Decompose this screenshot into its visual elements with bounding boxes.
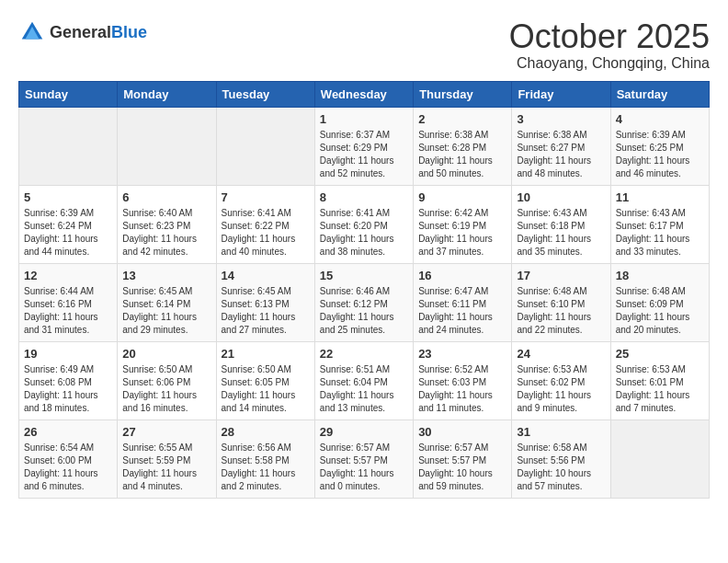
day-info: Sunrise: 6:48 AMSunset: 6:09 PMDaylight:… (616, 285, 704, 337)
day-number: 22 (320, 347, 408, 361)
day-info: Sunrise: 6:50 AMSunset: 6:05 PMDaylight:… (222, 363, 310, 415)
logo: General Blue (18, 18, 147, 46)
calendar-day-cell: 31Sunrise: 6:58 AMSunset: 5:56 PMDayligh… (512, 419, 610, 498)
calendar-day-cell: 15Sunrise: 6:46 AMSunset: 6:12 PMDayligh… (314, 263, 413, 341)
calendar-week-row: 5Sunrise: 6:39 AMSunset: 6:24 PMDaylight… (19, 185, 710, 263)
day-info: Sunrise: 6:52 AMSunset: 6:03 PMDaylight:… (418, 363, 506, 415)
day-number: 2 (418, 112, 506, 126)
calendar-week-row: 26Sunrise: 6:54 AMSunset: 6:00 PMDayligh… (19, 419, 710, 498)
day-info: Sunrise: 6:44 AMSunset: 6:16 PMDaylight:… (24, 285, 112, 337)
day-number: 18 (616, 269, 704, 282)
day-info: Sunrise: 6:39 AMSunset: 6:25 PMDaylight:… (616, 129, 704, 180)
day-info: Sunrise: 6:56 AMSunset: 5:58 PMDaylight:… (222, 442, 310, 493)
calendar-day-cell: 18Sunrise: 6:48 AMSunset: 6:09 PMDayligh… (610, 263, 709, 341)
calendar-day-cell: 14Sunrise: 6:45 AMSunset: 6:13 PMDayligh… (216, 263, 314, 341)
day-number: 6 (122, 190, 210, 204)
calendar-day-cell: 11Sunrise: 6:43 AMSunset: 6:17 PMDayligh… (610, 185, 709, 263)
calendar-day-cell (118, 107, 216, 185)
day-number: 16 (418, 269, 506, 282)
day-info: Sunrise: 6:53 AMSunset: 6:02 PMDaylight:… (517, 363, 605, 415)
calendar-day-cell: 24Sunrise: 6:53 AMSunset: 6:02 PMDayligh… (512, 341, 610, 419)
calendar-day-cell: 22Sunrise: 6:51 AMSunset: 6:04 PMDayligh… (314, 341, 413, 419)
calendar-header-row: SundayMondayTuesdayWednesdayThursdayFrid… (19, 81, 710, 107)
day-info: Sunrise: 6:48 AMSunset: 6:10 PMDaylight:… (517, 285, 605, 337)
calendar-day-cell: 8Sunrise: 6:41 AMSunset: 6:20 PMDaylight… (314, 185, 413, 263)
day-number: 23 (418, 347, 506, 361)
weekday-header: Thursday (414, 81, 512, 107)
day-number: 19 (24, 347, 112, 361)
calendar-day-cell: 30Sunrise: 6:57 AMSunset: 5:57 PMDayligh… (414, 419, 512, 498)
day-number: 9 (418, 190, 506, 204)
calendar-week-row: 19Sunrise: 6:49 AMSunset: 6:08 PMDayligh… (19, 341, 710, 419)
weekday-header: Sunday (19, 81, 118, 107)
weekday-header: Saturday (610, 81, 709, 107)
day-number: 12 (24, 269, 112, 282)
day-number: 8 (320, 190, 408, 204)
day-info: Sunrise: 6:57 AMSunset: 5:57 PMDaylight:… (418, 442, 506, 493)
day-info: Sunrise: 6:37 AMSunset: 6:29 PMDaylight:… (320, 129, 408, 180)
calendar-day-cell: 7Sunrise: 6:41 AMSunset: 6:22 PMDaylight… (216, 185, 314, 263)
day-info: Sunrise: 6:43 AMSunset: 6:18 PMDaylight:… (517, 207, 605, 259)
day-number: 13 (122, 269, 210, 282)
weekday-header: Friday (512, 81, 610, 107)
day-number: 25 (616, 347, 704, 361)
day-info: Sunrise: 6:45 AMSunset: 6:13 PMDaylight:… (222, 285, 310, 337)
calendar-day-cell: 23Sunrise: 6:52 AMSunset: 6:03 PMDayligh… (414, 341, 512, 419)
calendar-day-cell: 10Sunrise: 6:43 AMSunset: 6:18 PMDayligh… (512, 185, 610, 263)
calendar-day-cell (19, 107, 118, 185)
day-info: Sunrise: 6:41 AMSunset: 6:22 PMDaylight:… (222, 207, 310, 259)
location-title: Chaoyang, Chongqing, China (509, 55, 710, 72)
calendar-day-cell: 17Sunrise: 6:48 AMSunset: 6:10 PMDayligh… (512, 263, 610, 341)
day-number: 11 (616, 190, 704, 204)
calendar-day-cell: 27Sunrise: 6:55 AMSunset: 5:59 PMDayligh… (118, 419, 216, 498)
calendar-day-cell: 5Sunrise: 6:39 AMSunset: 6:24 PMDaylight… (19, 185, 118, 263)
day-info: Sunrise: 6:51 AMSunset: 6:04 PMDaylight:… (320, 363, 408, 415)
calendar-day-cell: 20Sunrise: 6:50 AMSunset: 6:06 PMDayligh… (118, 341, 216, 419)
calendar-day-cell (610, 419, 709, 498)
calendar-day-cell: 6Sunrise: 6:40 AMSunset: 6:23 PMDaylight… (118, 185, 216, 263)
calendar-day-cell: 12Sunrise: 6:44 AMSunset: 6:16 PMDayligh… (19, 263, 118, 341)
day-number: 4 (616, 112, 704, 126)
day-info: Sunrise: 6:42 AMSunset: 6:19 PMDaylight:… (418, 207, 506, 259)
day-info: Sunrise: 6:54 AMSunset: 6:00 PMDaylight:… (24, 442, 112, 493)
day-info: Sunrise: 6:58 AMSunset: 5:56 PMDaylight:… (517, 442, 605, 493)
calendar-day-cell: 16Sunrise: 6:47 AMSunset: 6:11 PMDayligh… (414, 263, 512, 341)
weekday-header: Wednesday (314, 81, 413, 107)
day-info: Sunrise: 6:49 AMSunset: 6:08 PMDaylight:… (24, 363, 112, 415)
calendar-day-cell: 2Sunrise: 6:38 AMSunset: 6:28 PMDaylight… (414, 107, 512, 185)
month-title: October 2025 (509, 18, 710, 55)
day-number: 24 (517, 347, 605, 361)
logo-blue: Blue (111, 23, 147, 42)
calendar-day-cell: 13Sunrise: 6:45 AMSunset: 6:14 PMDayligh… (118, 263, 216, 341)
day-number: 31 (517, 425, 605, 439)
day-info: Sunrise: 6:57 AMSunset: 5:57 PMDaylight:… (320, 442, 408, 493)
day-info: Sunrise: 6:45 AMSunset: 6:14 PMDaylight:… (122, 285, 210, 337)
day-info: Sunrise: 6:41 AMSunset: 6:20 PMDaylight:… (320, 207, 408, 259)
calendar-day-cell: 3Sunrise: 6:38 AMSunset: 6:27 PMDaylight… (512, 107, 610, 185)
day-info: Sunrise: 6:39 AMSunset: 6:24 PMDaylight:… (24, 207, 112, 259)
calendar-week-row: 1Sunrise: 6:37 AMSunset: 6:29 PMDaylight… (19, 107, 710, 185)
day-info: Sunrise: 6:40 AMSunset: 6:23 PMDaylight:… (122, 207, 210, 259)
day-number: 17 (517, 269, 605, 282)
calendar-day-cell: 25Sunrise: 6:53 AMSunset: 6:01 PMDayligh… (610, 341, 709, 419)
day-number: 14 (222, 269, 310, 282)
day-info: Sunrise: 6:38 AMSunset: 6:28 PMDaylight:… (418, 129, 506, 180)
day-info: Sunrise: 6:53 AMSunset: 6:01 PMDaylight:… (616, 363, 704, 415)
day-info: Sunrise: 6:38 AMSunset: 6:27 PMDaylight:… (517, 129, 605, 180)
day-number: 28 (222, 425, 310, 439)
day-number: 1 (320, 112, 408, 126)
day-number: 29 (320, 425, 408, 439)
calendar-week-row: 12Sunrise: 6:44 AMSunset: 6:16 PMDayligh… (19, 263, 710, 341)
calendar-day-cell: 9Sunrise: 6:42 AMSunset: 6:19 PMDaylight… (414, 185, 512, 263)
day-info: Sunrise: 6:50 AMSunset: 6:06 PMDaylight:… (122, 363, 210, 415)
day-info: Sunrise: 6:47 AMSunset: 6:11 PMDaylight:… (418, 285, 506, 337)
day-number: 3 (517, 112, 605, 126)
calendar-day-cell: 26Sunrise: 6:54 AMSunset: 6:00 PMDayligh… (19, 419, 118, 498)
day-number: 26 (24, 425, 112, 439)
calendar-day-cell: 1Sunrise: 6:37 AMSunset: 6:29 PMDaylight… (314, 107, 413, 185)
calendar-day-cell: 19Sunrise: 6:49 AMSunset: 6:08 PMDayligh… (19, 341, 118, 419)
calendar-table: SundayMondayTuesdayWednesdayThursdayFrid… (18, 81, 710, 499)
calendar-day-cell: 4Sunrise: 6:39 AMSunset: 6:25 PMDaylight… (610, 107, 709, 185)
calendar-day-cell: 28Sunrise: 6:56 AMSunset: 5:58 PMDayligh… (216, 419, 314, 498)
logo-icon (18, 18, 46, 46)
